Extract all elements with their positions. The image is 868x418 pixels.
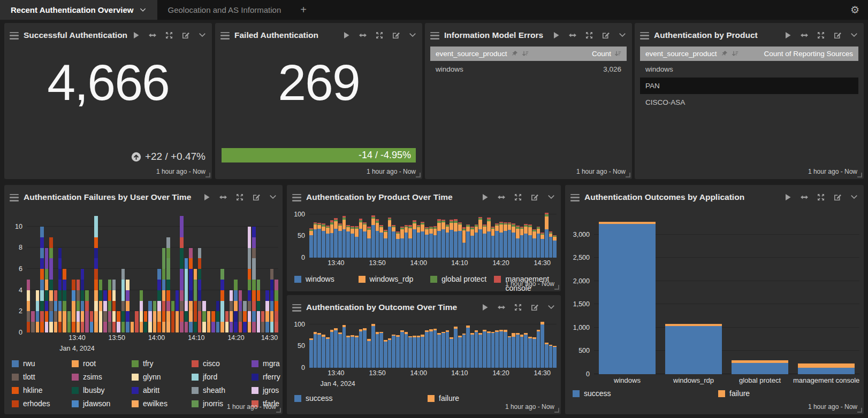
bar[interactable] bbox=[355, 322, 359, 368]
edit-icon[interactable] bbox=[181, 31, 190, 40]
bar[interactable] bbox=[549, 212, 553, 258]
bar[interactable] bbox=[450, 212, 453, 258]
pan-horizontal-icon[interactable] bbox=[148, 31, 157, 40]
legend-item[interactable]: tlott bbox=[12, 373, 72, 386]
bar[interactable] bbox=[396, 212, 400, 258]
bar[interactable] bbox=[322, 212, 325, 258]
tab-geolocation-as-info[interactable]: Geolocation and AS Information bbox=[157, 0, 292, 20]
table-row[interactable]: windows bbox=[640, 61, 858, 78]
bar[interactable] bbox=[31, 213, 34, 332]
bar[interactable] bbox=[798, 216, 855, 374]
bar[interactable] bbox=[275, 213, 278, 332]
play-icon[interactable] bbox=[783, 193, 792, 202]
bar[interactable] bbox=[45, 213, 48, 332]
resize-handle[interactable] bbox=[554, 285, 559, 290]
bar[interactable] bbox=[189, 213, 192, 332]
resize-handle[interactable] bbox=[857, 408, 862, 413]
pan-horizontal-icon[interactable] bbox=[497, 193, 506, 202]
bar[interactable] bbox=[40, 213, 43, 332]
bar[interactable] bbox=[528, 322, 532, 368]
bar[interactable] bbox=[126, 213, 129, 332]
bar[interactable] bbox=[495, 212, 499, 258]
bar[interactable] bbox=[185, 213, 188, 332]
expand-icon[interactable] bbox=[817, 31, 825, 40]
bar[interactable] bbox=[248, 213, 251, 332]
expand-icon[interactable] bbox=[585, 31, 593, 40]
bar[interactable] bbox=[508, 212, 512, 258]
bar[interactable] bbox=[499, 212, 503, 258]
bar[interactable] bbox=[491, 322, 495, 368]
bar[interactable] bbox=[99, 213, 102, 332]
legend-item[interactable]: success bbox=[573, 389, 718, 398]
legend-item[interactable]: cisco bbox=[192, 359, 252, 373]
bar[interactable] bbox=[458, 322, 462, 368]
bar[interactable] bbox=[367, 322, 371, 368]
column-header[interactable]: event_source_product bbox=[436, 50, 507, 58]
drag-handle-icon[interactable] bbox=[292, 193, 301, 202]
chevron-down-icon[interactable] bbox=[850, 193, 858, 202]
bar[interactable] bbox=[234, 213, 237, 332]
bar[interactable] bbox=[94, 213, 97, 332]
play-icon[interactable] bbox=[202, 193, 211, 202]
column-header[interactable]: Count bbox=[592, 50, 611, 58]
bar[interactable] bbox=[392, 322, 395, 368]
bar[interactable] bbox=[367, 212, 371, 258]
bar[interactable] bbox=[516, 212, 520, 258]
bar[interactable] bbox=[63, 213, 66, 332]
play-icon[interactable] bbox=[481, 193, 489, 202]
bar[interactable] bbox=[528, 212, 532, 258]
bar[interactable] bbox=[524, 212, 528, 258]
legend-item[interactable]: tfry bbox=[132, 359, 192, 373]
bar[interactable] bbox=[499, 322, 503, 368]
bar[interactable] bbox=[363, 212, 367, 258]
bar[interactable] bbox=[90, 213, 93, 332]
bar[interactable] bbox=[309, 322, 313, 368]
bar[interactable] bbox=[342, 322, 346, 368]
bar[interactable] bbox=[27, 213, 30, 332]
legend-item[interactable]: abritt bbox=[132, 386, 192, 399]
table-row[interactable]: CISCO-ASA bbox=[640, 94, 858, 111]
bar[interactable] bbox=[421, 322, 424, 368]
bar[interactable] bbox=[257, 213, 260, 332]
play-icon[interactable] bbox=[552, 31, 560, 40]
bar[interactable] bbox=[524, 322, 528, 368]
expand-icon[interactable] bbox=[817, 193, 825, 202]
bar[interactable] bbox=[413, 212, 416, 258]
bar[interactable] bbox=[396, 322, 400, 368]
play-icon[interactable] bbox=[342, 31, 351, 40]
bar[interactable] bbox=[475, 212, 478, 258]
bar[interactable] bbox=[346, 322, 350, 368]
bar[interactable] bbox=[309, 212, 313, 258]
bar[interactable] bbox=[108, 213, 111, 332]
bar[interactable] bbox=[549, 322, 553, 368]
bar[interactable] bbox=[330, 212, 334, 258]
pan-horizontal-icon[interactable] bbox=[800, 193, 809, 202]
bar[interactable] bbox=[314, 322, 317, 368]
bar[interactable] bbox=[520, 212, 524, 258]
legend-item[interactable]: sheath bbox=[192, 386, 252, 399]
bar[interactable] bbox=[207, 213, 210, 332]
drag-handle-icon[interactable] bbox=[10, 32, 19, 40]
bar[interactable] bbox=[270, 213, 273, 332]
bar[interactable] bbox=[470, 322, 474, 368]
bar[interactable] bbox=[545, 212, 549, 258]
resize-handle[interactable] bbox=[626, 173, 630, 177]
legend-item[interactable]: ewilkes bbox=[132, 399, 192, 413]
resize-handle[interactable] bbox=[554, 408, 559, 413]
resize-handle[interactable] bbox=[416, 173, 421, 177]
bar[interactable] bbox=[512, 322, 515, 368]
pan-horizontal-icon[interactable] bbox=[219, 193, 227, 202]
bar[interactable] bbox=[194, 213, 197, 332]
bar[interactable] bbox=[532, 322, 536, 368]
bar[interactable] bbox=[388, 212, 392, 258]
bar[interactable] bbox=[532, 212, 536, 258]
resize-handle[interactable] bbox=[857, 173, 862, 177]
bar[interactable] bbox=[49, 213, 52, 332]
drag-handle-icon[interactable] bbox=[292, 304, 301, 312]
bar[interactable] bbox=[458, 212, 462, 258]
bar[interactable] bbox=[425, 212, 429, 258]
legend-item[interactable]: jford bbox=[192, 373, 252, 386]
bar[interactable] bbox=[346, 212, 350, 258]
sort-desc-icon[interactable] bbox=[614, 50, 621, 57]
legend-item[interactable]: failure bbox=[428, 394, 561, 403]
